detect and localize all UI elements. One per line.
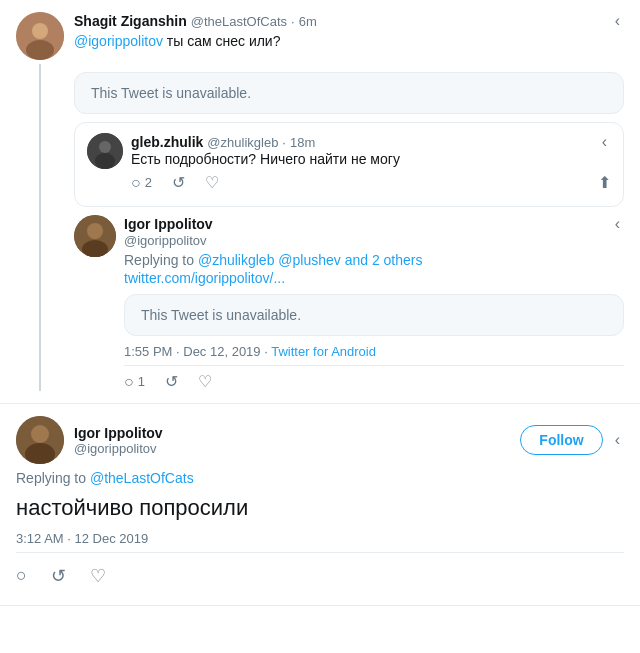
time-shagit: 6m [299, 14, 317, 29]
avatar-igor-nested [74, 215, 116, 257]
like-icon-gleb: ♡ [205, 173, 219, 192]
thread-line-col [16, 64, 64, 391]
chevron-gleb[interactable]: ‹ [598, 133, 611, 151]
igor-nested-block: Igor Ippolitov ‹ @igorippolitov Replying… [74, 215, 624, 391]
replying-mention-main[interactable]: @theLastOfCats [90, 470, 194, 486]
gleb-tweet-body: gleb.zhulik @zhulikgleb · 18m ‹ Есть под… [131, 133, 611, 192]
igor-main-name-block: Igor Ippolitov @igorippolitov [74, 425, 163, 456]
retweet-action-tweet1[interactable]: ↺ [165, 372, 178, 391]
svg-point-5 [95, 153, 115, 169]
follow-button[interactable]: Follow [520, 425, 602, 455]
mention-igorippolitov[interactable]: @igorippolitov [74, 33, 163, 49]
reply-count-tweet1: 1 [138, 374, 145, 389]
upload-icon-gleb: ⬆ [598, 173, 611, 192]
chevron-igor-main[interactable]: ‹ [611, 431, 624, 449]
tweet1-action-row: ○ 1 ↺ ♡ [124, 372, 624, 391]
time-gleb: 18m [290, 135, 315, 150]
dot-shagit: · [291, 14, 295, 29]
handle-igor-nested[interactable]: @igorippolitov [124, 233, 624, 248]
replying-prefix: Replying to [124, 252, 198, 268]
handle-igor-main[interactable]: @igorippolitov [74, 441, 163, 456]
igor-main-right: Follow ‹ [520, 425, 624, 455]
avatar-shagit [16, 12, 64, 60]
replying-to-igor-nested: Replying to @zhulikgleb @plushev and 2 o… [124, 252, 624, 268]
igor-main-timestamp: 3:12 AM · 12 Dec 2019 [16, 531, 624, 546]
username-shagit[interactable]: Shagit Ziganshin [74, 13, 187, 29]
reply-count-gleb: 2 [145, 175, 152, 190]
reply-icon-igor-main: ○ [16, 565, 27, 585]
replying-prefix-2: Replying to [16, 470, 90, 486]
chevron-igor-nested[interactable]: ‹ [611, 215, 624, 233]
avatar-gleb [87, 133, 123, 169]
reply-icon-gleb: ○ [131, 174, 141, 192]
timestamp-text: 1:55 PM · Dec 12, 2019 · [124, 344, 271, 359]
retweet-action-igor-main[interactable]: ↺ [51, 565, 66, 587]
username-igor-nested[interactable]: Igor Ippolitov [124, 216, 213, 232]
tweet-text-shagit: @igorippolitov ты сам снес или? [74, 32, 624, 52]
retweet-icon-tweet1: ↺ [165, 372, 178, 391]
like-icon-igor-main: ♡ [90, 566, 106, 586]
reply-action-tweet1[interactable]: ○ 1 [124, 373, 145, 391]
gleb-tweet-text: Есть подробности? Ничего найти не могу [131, 151, 611, 167]
igor-main-header: Igor Ippolitov @igorippolitov Follow ‹ [16, 416, 624, 464]
upload-action-gleb[interactable]: ⬆ [598, 173, 611, 192]
nested-tweet-gleb: gleb.zhulik @zhulikgleb · 18m ‹ Есть под… [74, 122, 624, 207]
unavailable-text-2: This Tweet is unavailable. [141, 307, 301, 323]
svg-point-11 [25, 443, 55, 464]
svg-point-4 [99, 141, 111, 153]
retweet-icon-igor-main: ↺ [51, 566, 66, 586]
unavailable-text-1: This Tweet is unavailable. [91, 85, 251, 101]
username-gleb[interactable]: gleb.zhulik [131, 134, 203, 150]
dot-gleb: · [282, 135, 286, 150]
divider-2 [16, 552, 624, 553]
tweet-igor-main: Igor Ippolitov @igorippolitov Follow ‹ R… [0, 404, 640, 606]
unavailable-tweet-2: This Tweet is unavailable. [124, 294, 624, 336]
svg-point-7 [87, 223, 103, 239]
thread-line [39, 64, 41, 391]
reply-action-gleb[interactable]: ○ 2 [131, 174, 152, 192]
reply-icon-tweet1: ○ [124, 373, 134, 391]
like-action-gleb[interactable]: ♡ [205, 173, 219, 192]
svg-point-10 [31, 425, 49, 443]
reply-action-igor-main[interactable]: ○ [16, 565, 27, 587]
chevron-shagit[interactable]: ‹ [611, 12, 624, 30]
gleb-action-row: ○ 2 ↺ ♡ ⬆ [131, 173, 611, 192]
divider-1 [124, 365, 624, 366]
igor-nested-body: Igor Ippolitov ‹ @igorippolitov Replying… [124, 215, 624, 391]
tweet-shagit: Shagit Ziganshin @theLastOfCats · 6m ‹ @… [0, 0, 640, 404]
thread-area: This Tweet is unavailable. gleb.zhulik [16, 64, 624, 391]
tweet-text-rest: ты сам снес или? [163, 33, 281, 49]
tweet-body-shagit: Shagit Ziganshin @theLastOfCats · 6m ‹ @… [74, 12, 624, 52]
svg-point-1 [32, 23, 48, 39]
replying-to-igor-main: Replying to @theLastOfCats [16, 470, 624, 486]
retweet-icon-gleb: ↺ [172, 173, 185, 192]
igor-main-actions: ○ ↺ ♡ [16, 559, 624, 593]
like-action-igor-main[interactable]: ♡ [90, 565, 106, 587]
thread-content: This Tweet is unavailable. gleb.zhulik [74, 64, 624, 391]
retweet-action-gleb[interactable]: ↺ [172, 173, 185, 192]
username-igor-main[interactable]: Igor Ippolitov [74, 425, 163, 441]
igor-nested-link[interactable]: twitter.com/igorippolitov/... [124, 270, 624, 286]
avatar-igor-main [16, 416, 64, 464]
handle-gleb[interactable]: @zhulikgleb [207, 135, 278, 150]
unavailable-tweet-1: This Tweet is unavailable. [74, 72, 624, 114]
igor-main-left: Igor Ippolitov @igorippolitov [16, 416, 163, 464]
handle-shagit[interactable]: @theLastOfCats [191, 14, 287, 29]
big-tweet-text: настойчиво попросили [16, 494, 624, 523]
timestamp-row: 1:55 PM · Dec 12, 2019 · Twitter for And… [124, 344, 624, 359]
like-action-tweet1[interactable]: ♡ [198, 372, 212, 391]
like-icon-tweet1: ♡ [198, 372, 212, 391]
via-twitter[interactable]: Twitter for Android [271, 344, 376, 359]
replying-mentions[interactable]: @zhulikgleb @plushev and 2 others [198, 252, 423, 268]
svg-point-2 [26, 40, 54, 60]
